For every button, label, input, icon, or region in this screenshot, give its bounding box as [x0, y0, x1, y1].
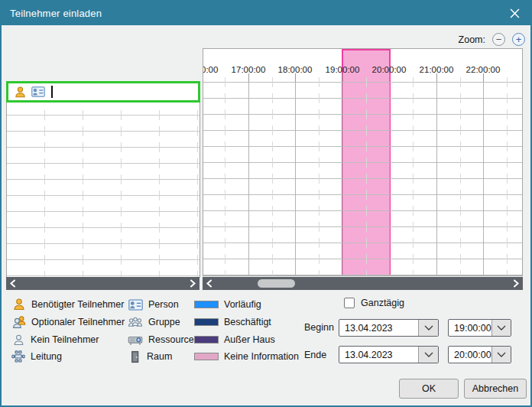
legend-no-information: Keine Information — [194, 349, 299, 364]
chair-icon — [11, 350, 25, 363]
all-day-row: Ganztägig — [344, 298, 404, 308]
group-icon — [128, 316, 143, 329]
required-attendee-icon — [14, 86, 27, 99]
legend-room: Raum — [128, 349, 172, 364]
busy-swatch — [194, 318, 219, 326]
zoom-out-button[interactable]: − — [492, 33, 505, 46]
legend-group: Gruppe — [128, 314, 180, 330]
hour-label: 20:00:00 — [366, 65, 412, 74]
new-attendee-input[interactable] — [6, 81, 200, 103]
end-time-select[interactable]: 20:00:00 — [448, 346, 511, 363]
scroll-left-icon[interactable] — [8, 278, 18, 288]
hour-label: 16:00:00 — [203, 65, 224, 74]
chevron-down-icon[interactable] — [491, 320, 511, 336]
timeline-hscrollbar[interactable] — [203, 277, 523, 290]
non-attendee-icon — [12, 334, 25, 347]
required-attendee-icon — [12, 298, 26, 311]
legend-out-of-office: Außer Haus — [194, 332, 275, 347]
invite-attendees-dialog: Teilnehmer einladen Zoom: − + — [0, 0, 532, 407]
legend-person: Person — [128, 297, 179, 312]
ok-button[interactable]: OK — [399, 379, 459, 399]
text-caret — [51, 86, 53, 98]
begin-time-select[interactable]: 19:00:00 — [448, 319, 511, 337]
legend-chair: Leitung — [11, 349, 62, 364]
hour-label: 22:00:00 — [460, 65, 506, 74]
begin-label: Beginn — [304, 322, 334, 333]
attendee-list-hscrollbar[interactable] — [6, 277, 200, 290]
person-card-icon — [128, 299, 143, 311]
window-title: Teilnehmer einladen — [10, 8, 102, 19]
chevron-down-icon[interactable] — [418, 320, 438, 336]
attendee-list-rows — [7, 115, 200, 277]
scroll-left-icon[interactable] — [205, 278, 214, 288]
zoom-controls: Zoom: − + — [459, 33, 525, 46]
hour-label: 19:00:00 — [320, 65, 365, 74]
hour-label: 17:00:00 — [225, 65, 271, 74]
chevron-down-icon[interactable] — [491, 347, 511, 363]
scroll-right-icon[interactable] — [511, 278, 521, 288]
scrollbar-thumb[interactable] — [258, 279, 295, 288]
hour-label: 18:00:00 — [272, 65, 318, 74]
cancel-button[interactable]: Abbrechen — [464, 379, 527, 399]
chevron-down-icon[interactable] — [418, 347, 438, 363]
legend-required-attendee: Benötigter Teilnehmer — [12, 297, 124, 312]
end-date-select[interactable]: 13.04.2023 — [339, 346, 439, 363]
scroll-right-icon[interactable] — [188, 278, 197, 288]
legend-resource: Ressource — [128, 332, 194, 347]
all-day-checkbox[interactable] — [344, 298, 355, 308]
titlebar[interactable]: Teilnehmer einladen — [2, 2, 530, 25]
optional-attendee-icon — [12, 315, 26, 329]
legend-tentative: Vorläufig — [194, 297, 261, 312]
begin-date-select[interactable]: 13.04.2023 — [339, 319, 439, 337]
zoom-label: Zoom: — [459, 34, 485, 45]
freebusy-grid[interactable]: 16:00:00 17:00:00 18:00:00 19:00:00 20:0… — [203, 48, 523, 276]
resource-icon — [128, 334, 143, 346]
tentative-swatch — [194, 301, 219, 308]
close-icon[interactable] — [498, 2, 530, 25]
end-label: Ende — [304, 350, 326, 360]
legend-non-attendee: Kein Teilnehmer — [12, 332, 99, 347]
legend-optional-attendee: Optionaler Teilnehmer — [12, 314, 125, 330]
room-icon — [128, 350, 141, 363]
person-card-icon — [31, 86, 45, 97]
hour-label: 21:00:00 — [414, 65, 459, 74]
zoom-in-button[interactable]: + — [512, 33, 525, 46]
legend-busy: Beschäftigt — [194, 314, 271, 330]
all-day-label: Ganztägig — [361, 298, 404, 308]
attendee-list[interactable] — [6, 82, 200, 278]
no-information-swatch — [194, 353, 219, 360]
out-of-office-swatch — [194, 336, 219, 344]
